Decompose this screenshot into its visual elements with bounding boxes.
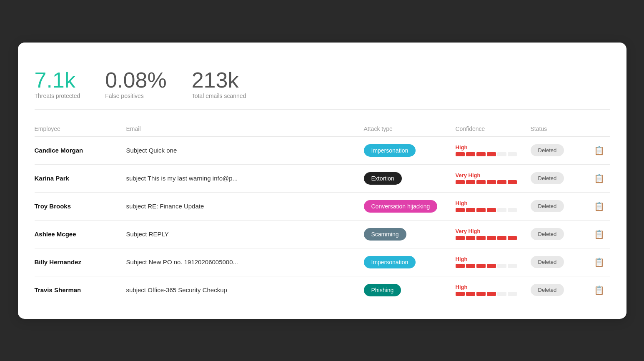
stat-value: 213k (192, 69, 246, 91)
attack-badge: Scamming (364, 228, 406, 241)
email-subject: subject RE: Finance Update (126, 203, 364, 210)
attack-type-cell: Phishing (364, 284, 456, 296)
bar-empty (508, 208, 517, 212)
confidence-cell: Very High (456, 228, 531, 240)
employee-name: Ashlee Mcgee (35, 231, 126, 238)
confidence-bar (456, 208, 531, 212)
confidence-cell: High (456, 200, 531, 212)
status-button[interactable]: Deleted (531, 256, 564, 268)
status-button[interactable]: Deleted (531, 144, 564, 156)
confidence-level: High (456, 144, 531, 150)
bar-filled (508, 180, 517, 184)
bar-filled (487, 152, 496, 156)
confidence-bar (456, 152, 531, 156)
bar-filled (487, 180, 496, 184)
table-header-cell: Employee (35, 125, 126, 132)
attack-type-cell: Impersonation (364, 256, 456, 268)
action-icon[interactable]: 📋 (589, 285, 610, 295)
employee-name: Troy Brooks (35, 203, 126, 210)
table-header-cell: Confidence (456, 125, 531, 132)
stat-label: Total emails scanned (192, 93, 246, 99)
employee-name: Billy Hernandez (35, 258, 126, 266)
status-cell: Deleted (531, 200, 589, 212)
status-cell: Deleted (531, 172, 589, 184)
confidence-cell: High (456, 144, 531, 156)
stat-label: False positives (105, 93, 166, 99)
bar-filled (466, 152, 475, 156)
bar-empty (508, 292, 517, 296)
bar-empty (497, 208, 506, 212)
stat-value: 7.1k (35, 69, 80, 91)
confidence-level: Very High (456, 172, 531, 178)
bar-filled (456, 236, 465, 240)
action-icon[interactable]: 📋 (589, 173, 610, 183)
confidence-bar (456, 264, 531, 268)
bar-empty (497, 292, 506, 296)
stat-value: 0.08% (105, 69, 166, 91)
employee-name: Travis Sherman (35, 286, 126, 293)
bar-filled (456, 208, 465, 212)
email-subject: Subject Quick one (126, 147, 364, 154)
email-subject: Subject New PO no. 19120206005000... (126, 258, 364, 266)
confidence-bar (456, 180, 531, 184)
bar-filled (497, 236, 506, 240)
bar-filled (476, 180, 486, 184)
attack-type-cell: Scamming (364, 228, 456, 241)
bar-filled (476, 264, 486, 268)
bar-filled (466, 208, 475, 212)
main-card: 7.1k Threats protected 0.08% False posit… (18, 43, 626, 319)
table-header: EmployeeEmailAttack typeConfidenceStatus (35, 121, 610, 137)
status-button[interactable]: Deleted (531, 172, 564, 184)
table-row: Candice MorganSubject Quick oneImpersona… (35, 137, 610, 165)
bar-filled (466, 292, 475, 296)
bar-filled (487, 236, 496, 240)
status-button[interactable]: Deleted (531, 284, 564, 296)
action-icon[interactable]: 📋 (589, 229, 610, 239)
action-icon[interactable]: 📋 (589, 257, 610, 267)
status-button[interactable]: Deleted (531, 200, 564, 212)
attack-type-cell: Conversation hijacking (364, 200, 456, 213)
status-cell: Deleted (531, 228, 589, 240)
status-cell: Deleted (531, 284, 589, 296)
bar-empty (497, 264, 506, 268)
status-cell: Deleted (531, 144, 589, 156)
confidence-level: High (456, 256, 531, 262)
table-row: Ashlee McgeeSubject REPLYScammingVery Hi… (35, 221, 610, 248)
attack-badge: Impersonation (364, 144, 416, 157)
table-row: Travis Shermansubject Office-365 Securit… (35, 276, 610, 304)
bar-filled (487, 264, 496, 268)
stat-item: 7.1k Threats protected (35, 69, 80, 99)
bar-filled (466, 264, 475, 268)
stat-item: 0.08% False positives (105, 69, 166, 99)
employee-name: Candice Morgan (35, 147, 126, 154)
action-icon[interactable]: 📋 (589, 201, 610, 211)
attack-badge: Impersonation (364, 256, 416, 268)
bar-empty (508, 264, 517, 268)
table-container: EmployeeEmailAttack typeConfidenceStatus… (35, 121, 610, 304)
bar-filled (456, 180, 465, 184)
bar-filled (476, 208, 486, 212)
confidence-level: Very High (456, 228, 531, 234)
bar-filled (466, 236, 475, 240)
action-icon[interactable]: 📋 (589, 145, 610, 155)
stat-label: Threats protected (35, 93, 80, 99)
bar-filled (476, 292, 486, 296)
bar-filled (487, 292, 496, 296)
table-row: Billy HernandezSubject New PO no. 191202… (35, 248, 610, 276)
confidence-cell: High (456, 256, 531, 268)
bar-filled (476, 152, 486, 156)
bar-filled (476, 236, 486, 240)
employee-name: Karina Park (35, 175, 126, 182)
attack-type-cell: Impersonation (364, 144, 456, 157)
attack-badge: Extortion (364, 172, 402, 185)
bar-filled (508, 236, 517, 240)
status-button[interactable]: Deleted (531, 228, 564, 240)
bar-filled (497, 180, 506, 184)
bar-filled (456, 292, 465, 296)
bar-filled (456, 152, 465, 156)
table-header-cell: Attack type (364, 125, 456, 132)
status-cell: Deleted (531, 256, 589, 268)
confidence-level: High (456, 200, 531, 206)
email-subject: subject This is my last warning info@p..… (126, 175, 364, 182)
attack-type-cell: Extortion (364, 172, 456, 185)
